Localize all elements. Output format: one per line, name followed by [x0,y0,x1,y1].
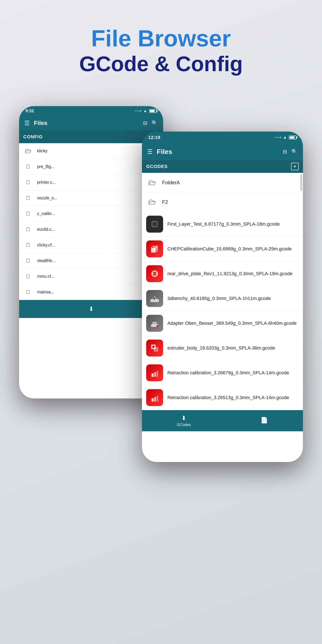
list-item[interactable]: rear_drive_plate_Rev1_11.9213g_0.3mm_SPL… [142,262,303,286]
list-item[interactable]: Retraction calibration_3.26679g_0.3mm_SP… [142,360,303,385]
list-item[interactable]: 🗋 pre_flig... [19,159,163,174]
doc-shape: 🗋 [26,163,31,170]
folder-shape: 🗁 [25,147,32,155]
doc-shape: 🗋 [26,273,31,280]
section-header-config: CONFIG [19,130,163,143]
list-item[interactable]: 🗁 F2 [142,192,303,212]
folder-icon-klicky: 🗁 [23,146,33,156]
phone-back: 9:32 ▲ ☰ Files ⊟ [19,106,163,398]
wifi-icon-back: ▲ [143,109,147,113]
doc-shape: 🗋 [26,258,31,264]
nav-gcodes[interactable]: ⬇ GCodes [177,414,191,427]
doc-icon-mmu: 🗋 [23,272,33,281]
nav-download-back[interactable]: ⬇ [89,306,94,312]
time-back: 9:32 [26,108,34,113]
file-name-chep: CHEPCalibrationCube_15.6989g_0.3mm_SPLA-… [167,246,299,252]
sort-icon-front[interactable]: ⊟ [283,149,287,155]
nav-config[interactable]: 📄 [260,417,268,425]
file-name-f2: F2 [162,199,299,205]
doc-icon-euclid: 🗋 [23,224,33,234]
svg-rect-23 [154,397,156,402]
battery-fill-back [150,110,155,112]
svg-rect-1 [152,222,157,226]
svg-rect-20 [154,372,156,377]
folder-shape: 🗁 [148,198,156,206]
list-item[interactable]: Retraction calibration_3.26513g_0.3mm_SP… [142,385,303,410]
filter-icon-back[interactable]: ⊟ [143,120,147,126]
svg-rect-14 [152,322,157,325]
file-name-preflight: pre_flig... [37,164,159,169]
thumb-rear-drive [146,265,163,282]
list-item[interactable]: 🗋 clicky.cf... [19,237,163,253]
list-item[interactable]: First_Layer_Test_6.87177g_0.3mm_SPLA-18m… [142,212,303,237]
thumb-first-layer [146,216,163,232]
file-name-adapter: Adapter Oben_Besser_369.549g_0.3mm_SPLA-… [167,320,299,327]
section-label-gcodes: GCODES [146,164,168,169]
battery-front [289,136,296,140]
file-name-mmu: mmu.cf... [37,274,159,279]
thumb-extruder [146,340,163,356]
bottom-nav-front: ⬇ GCodes 📄 [142,410,303,431]
gcodes-nav-icon: ⬇ [181,414,186,422]
svg-line-6 [156,250,158,252]
list-item[interactable]: 🗋 printer.c... [19,174,163,190]
file-name-mainsail: mainsa... [37,290,159,294]
status-bar-front: 12:19 ▲ [142,132,303,143]
file-name-nozzle: nozzle_s... [37,196,159,200]
hamburger-icon-back[interactable]: ☰ [24,120,30,127]
list-item[interactable]: 🗋 euclid.c... [19,222,163,237]
time-front: 12:19 [148,135,160,140]
scrollbar-hint [300,174,302,191]
list-item[interactable]: 🗋 z_calibr... [19,206,163,222]
phone-back-screen: 9:32 ▲ ☰ Files ⊟ [19,106,163,398]
svg-rect-12 [154,298,155,300]
hamburger-icon-front[interactable]: ☰ [147,148,152,155]
file-name-printer: printer.c... [37,180,159,185]
file-list-gcodes: 🗁 FolderA 🗁 F2 [142,173,303,410]
phone-front-screen: 12:19 ▲ ☰ Files ⊟ [142,132,303,462]
dot4 [140,110,141,112]
list-item[interactable]: Adapter Oben_Besser_369.549g_0.3mm_SPLA-… [142,311,303,336]
new-folder-button[interactable]: + [291,163,299,170]
doc-shape: 🗋 [26,195,31,201]
svg-rect-19 [152,374,154,377]
folder-icon-foldera: 🗁 [146,177,158,188]
doc-shape: 🗋 [26,242,31,248]
main-title: File Browser [79,26,243,51]
dot1 [275,137,276,138]
svg-rect-10 [150,299,159,302]
app-bar-back: ☰ Files ⊟ 🔍 [19,116,163,130]
dot2 [276,137,278,138]
section-label-config: CONFIG [23,134,43,140]
wifi-icon-front: ▲ [283,135,287,140]
thumb-benchy [146,290,163,307]
new-folder-icon: + [294,164,296,169]
bottom-nav-back: ⬇ [19,300,163,318]
list-item[interactable]: 🗋 stealthb... [19,253,163,268]
list-item[interactable]: CHEPCalibrationCube_15.6989g_0.3mm_SPLA-… [142,237,303,262]
file-name-klicky: klicky [37,148,159,153]
doc-icon-mainsail: 🗋 [23,287,33,297]
list-item[interactable]: 🗋 nozzle_s... [19,190,163,206]
main-subtitle: GCode & Config [79,51,243,76]
section-header-gcodes: GCODES + [142,160,303,173]
file-name-rearplate: rear_drive_plate_Rev1_11.9213g_0.3mm_SPL… [167,270,299,277]
list-item[interactable]: extruder_body_19.6203g_0.3mm_SPLA-36m.gc… [142,336,303,360]
list-item[interactable]: 🗁 FolderA [142,173,303,192]
doc-icon-clicky: 🗋 [23,240,33,250]
list-item[interactable]: 🗁 klicky [19,143,163,159]
doc-shape: 🗋 [26,179,31,186]
dot4 [280,137,281,138]
svg-rect-24 [156,396,158,402]
thumb-retraction1 [146,364,163,381]
search-icon-back[interactable]: 🔍 [152,120,158,126]
list-item[interactable]: 🗋 mmu.cf... [19,268,163,284]
list-item[interactable]: 3dbenchy_40.6185g_0.3mm_SPLA-1h11m.gcode [142,286,303,311]
doc-icon-preflight: 🗋 [23,162,33,172]
status-bar-back: 9:32 ▲ [19,106,163,116]
search-icon-front[interactable]: 🔍 [291,149,298,155]
list-item[interactable]: 🗋 mainsa... [19,284,163,300]
thumb-chep [146,240,163,258]
svg-line-4 [151,246,153,248]
config-nav-icon: 📄 [260,417,268,424]
